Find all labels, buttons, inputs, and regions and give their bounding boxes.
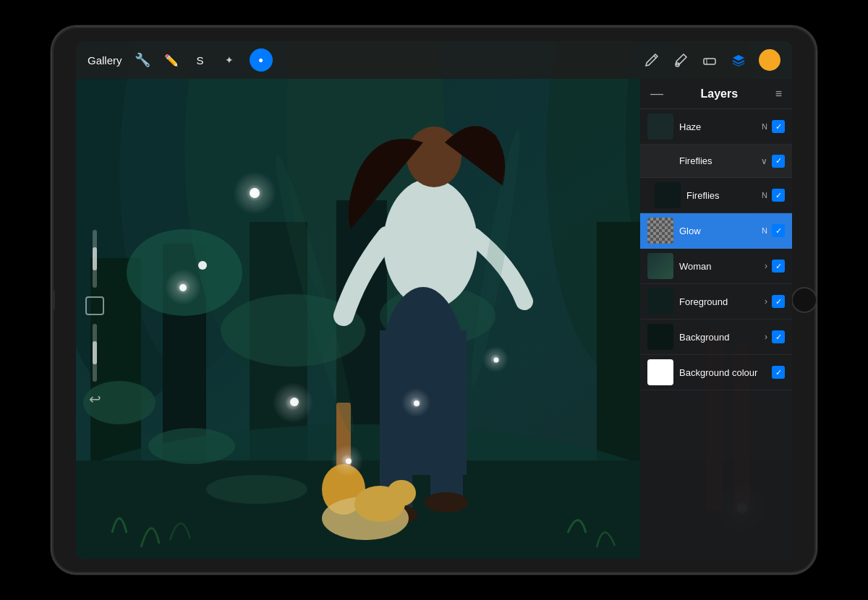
svg-point-37 bbox=[198, 261, 207, 270]
layer-thumb-glow bbox=[647, 218, 673, 244]
svg-point-47 bbox=[414, 400, 420, 406]
foreground-chevron-icon: › bbox=[765, 296, 767, 307]
layer-thumb-fireflies bbox=[655, 182, 681, 208]
eraser-tool-icon[interactable] bbox=[701, 51, 718, 69]
device-frame: Gallery 🔧 ✏️ S ✦ ● bbox=[51, 25, 817, 575]
layer-check-woman[interactable] bbox=[772, 260, 785, 273]
wrench-icon[interactable]: 🔧 bbox=[134, 51, 151, 69]
layer-item-background[interactable]: Background › bbox=[640, 320, 792, 355]
layers-title: Layers bbox=[663, 87, 775, 100]
svg-point-27 bbox=[425, 492, 468, 513]
undo-button[interactable]: ↩ bbox=[89, 390, 101, 408]
svg-point-39 bbox=[290, 398, 299, 406]
layer-check-background-colour[interactable] bbox=[772, 366, 785, 379]
layers-header: — Layers ≡ bbox=[640, 79, 792, 109]
layer-item-background-colour[interactable]: Background colour bbox=[640, 355, 792, 390]
layer-thumb-woman bbox=[647, 253, 673, 279]
svg-point-45 bbox=[179, 284, 187, 291]
modify-icon[interactable] bbox=[85, 296, 104, 315]
layer-name-fireflies-group: Fireflies bbox=[679, 155, 761, 166]
left-sidebar: ↩ bbox=[76, 79, 114, 559]
layers-menu-icon[interactable]: ≡ bbox=[775, 87, 782, 100]
layer-item-haze[interactable]: Haze N bbox=[640, 109, 792, 145]
layer-name-woman: Woman bbox=[679, 261, 765, 272]
brush-tool-icon[interactable] bbox=[672, 51, 689, 69]
toolbar-left: Gallery 🔧 ✏️ S ✦ ● bbox=[88, 48, 273, 72]
layer-name-haze: Haze bbox=[679, 121, 762, 132]
layers-panel: — Layers ≡ Haze N Fireflies ∨ bbox=[640, 79, 792, 559]
toolbar-right bbox=[643, 49, 780, 71]
svg-point-18 bbox=[148, 428, 235, 464]
layer-thumb-background-colour bbox=[647, 359, 673, 385]
home-button[interactable] bbox=[791, 287, 817, 313]
layer-thumb-background bbox=[647, 324, 673, 350]
svg-point-44 bbox=[250, 188, 260, 198]
layer-name-background-colour: Background colour bbox=[679, 367, 772, 378]
layer-name-fireflies: Fireflies bbox=[686, 190, 762, 201]
layer-item-foreground[interactable]: Foreground › bbox=[640, 284, 792, 320]
layer-check-haze[interactable] bbox=[772, 120, 785, 133]
layers-list: Haze N Fireflies ∨ Fireflies N bbox=[640, 109, 792, 559]
layer-check-foreground[interactable] bbox=[772, 295, 785, 308]
layer-check-fireflies[interactable] bbox=[772, 189, 785, 202]
layer-check-fireflies-group[interactable] bbox=[772, 155, 785, 168]
woman-chevron-icon: › bbox=[765, 261, 767, 271]
edit-icon[interactable]: ✏️ bbox=[163, 51, 180, 69]
color-picker[interactable] bbox=[759, 49, 780, 71]
top-toolbar: Gallery 🔧 ✏️ S ✦ ● bbox=[76, 41, 792, 79]
layer-name-glow: Glow bbox=[679, 226, 762, 236]
layer-check-glow[interactable] bbox=[772, 224, 785, 237]
pencil-tool-icon[interactable] bbox=[643, 51, 660, 69]
layers-minus-icon[interactable]: — bbox=[650, 86, 663, 101]
layer-mode-fireflies: N bbox=[762, 191, 767, 200]
selection-icon[interactable]: S bbox=[192, 51, 209, 69]
layers-tool-icon[interactable] bbox=[730, 51, 747, 69]
layer-mode-haze: N bbox=[762, 122, 767, 131]
background-chevron-icon: › bbox=[765, 332, 767, 342]
layer-name-foreground: Foreground bbox=[679, 296, 765, 307]
fireflies-chevron-icon: ∨ bbox=[761, 156, 767, 166]
layer-item-fireflies[interactable]: Fireflies N bbox=[640, 178, 792, 213]
layer-thumb-haze bbox=[647, 113, 673, 140]
screen: Gallery 🔧 ✏️ S ✦ ● bbox=[76, 41, 792, 559]
svg-point-19 bbox=[206, 475, 307, 504]
gallery-button[interactable]: Gallery bbox=[88, 54, 122, 67]
svg-rect-53 bbox=[704, 59, 715, 64]
layer-mode-glow: N bbox=[762, 226, 767, 235]
layer-item-glow[interactable]: Glow N bbox=[640, 213, 792, 249]
svg-point-48 bbox=[494, 358, 499, 363]
svg-point-46 bbox=[346, 458, 352, 464]
svg-point-32 bbox=[387, 480, 416, 506]
opacity-slider[interactable] bbox=[93, 324, 97, 382]
layer-thumb-foreground bbox=[647, 288, 673, 314]
record-button[interactable]: ● bbox=[250, 48, 273, 72]
brush-size-slider[interactable] bbox=[93, 230, 97, 288]
layer-check-background[interactable] bbox=[772, 330, 785, 343]
layer-item-woman[interactable]: Woman › bbox=[640, 249, 792, 284]
layer-item-fireflies-group[interactable]: Fireflies ∨ bbox=[640, 145, 792, 178]
transform-icon[interactable]: ✦ bbox=[221, 51, 238, 69]
layer-name-background: Background bbox=[679, 332, 765, 343]
side-button-left[interactable] bbox=[52, 290, 55, 310]
